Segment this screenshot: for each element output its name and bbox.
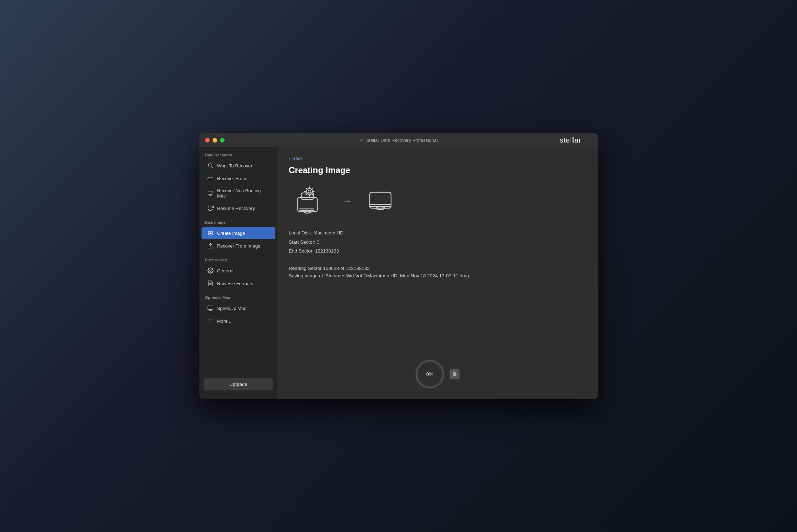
svg-line-31 bbox=[306, 194, 307, 195]
svg-line-28 bbox=[306, 188, 307, 189]
end-sector-info: End Sector: 122138133 bbox=[289, 246, 587, 256]
start-sector-info: Start Sector: 0 bbox=[289, 238, 587, 247]
traffic-lights bbox=[205, 138, 225, 143]
gear-icon bbox=[207, 267, 214, 274]
svg-rect-4 bbox=[208, 191, 213, 194]
sidebar-item-resume-recovery[interactable]: Resume Recovery bbox=[202, 202, 275, 214]
menu-icon[interactable]: ⋮ bbox=[586, 136, 592, 144]
section-preferences-label: Preferences bbox=[199, 252, 277, 264]
svg-line-29 bbox=[312, 194, 313, 195]
saving-path-info: Saving image at: /Volumes/Wd Vol 2/Macin… bbox=[289, 273, 587, 278]
close-button[interactable] bbox=[205, 138, 210, 143]
image-recover-icon bbox=[207, 243, 214, 249]
back-label: Back bbox=[292, 156, 303, 161]
back-chevron-icon: ‹ bbox=[289, 156, 290, 161]
sidebar-item-recover-from-image[interactable]: Recover From Image bbox=[202, 240, 275, 252]
section-data-recovery-label: Data Recovery bbox=[199, 147, 277, 159]
dest-drive-icon bbox=[366, 185, 398, 217]
progress-area: 0% bbox=[416, 360, 460, 388]
maximize-button[interactable] bbox=[220, 138, 225, 143]
stop-button[interactable] bbox=[450, 369, 460, 379]
section-disk-image-label: Disk Image bbox=[199, 215, 277, 227]
create-image-icon bbox=[207, 230, 214, 236]
svg-point-7 bbox=[209, 270, 211, 272]
titlebar: ↩ Stellar Data Recovery Professional ste… bbox=[199, 133, 598, 147]
sidebar-item-speedup-mac[interactable]: SpeedUp Mac bbox=[202, 302, 275, 314]
sidebar-item-create-image[interactable]: Create Image bbox=[202, 227, 275, 239]
back-link[interactable]: ‹ Back bbox=[289, 156, 587, 161]
progress-label: 0% bbox=[426, 371, 433, 377]
sidebar-item-general[interactable]: General bbox=[202, 265, 275, 277]
file-icon bbox=[207, 280, 214, 287]
drive-icon bbox=[207, 175, 214, 182]
titlebar-center: ↩ Stellar Data Recovery Professional bbox=[359, 138, 438, 143]
source-drive-icon bbox=[292, 185, 328, 217]
main-content: Data Recovery What To Recover Recover Fr… bbox=[199, 147, 598, 399]
svg-rect-10 bbox=[208, 306, 213, 310]
svg-rect-34 bbox=[370, 192, 391, 208]
disk-animation: → bbox=[289, 185, 587, 217]
section-optimize-label: Optimize Mac bbox=[199, 290, 277, 302]
sidebar-item-recover-from[interactable]: Recover From bbox=[202, 172, 275, 184]
titlebar-title: Stellar Data Recovery Professional bbox=[366, 138, 438, 143]
back-icon: ↩ bbox=[359, 138, 363, 143]
sidebar-item-raw-file-formats[interactable]: Raw File Formats bbox=[202, 277, 275, 289]
info-block: Local Disk: Macintosh HD Start Sector: 0… bbox=[289, 228, 587, 256]
stop-icon bbox=[453, 372, 456, 376]
resume-icon bbox=[207, 205, 214, 211]
more-icon bbox=[207, 318, 214, 324]
sidebar: Data Recovery What To Recover Recover Fr… bbox=[199, 147, 277, 399]
transfer-arrow-icon: → bbox=[342, 195, 352, 207]
speedup-icon bbox=[207, 305, 214, 311]
sidebar-item-what-to-recover[interactable]: What To Recover bbox=[202, 160, 275, 172]
mac-icon bbox=[207, 190, 214, 196]
local-disk-info: Local Disk: Macintosh HD bbox=[289, 228, 587, 238]
reading-sector-info: Reading Sector 108628 of 122138133 bbox=[289, 266, 587, 271]
app-window: ↩ Stellar Data Recovery Professional ste… bbox=[199, 133, 598, 399]
stellar-logo: stellar bbox=[560, 136, 581, 144]
titlebar-right: stellar ⋮ bbox=[560, 136, 592, 144]
minimize-button[interactable] bbox=[213, 138, 217, 143]
page-title: Creating Image bbox=[289, 165, 587, 175]
svg-point-0 bbox=[208, 164, 212, 167]
svg-line-30 bbox=[312, 188, 313, 189]
progress-circle: 0% bbox=[416, 360, 444, 388]
main-panel: ‹ Back Creating Image bbox=[277, 147, 598, 399]
search-icon bbox=[207, 162, 214, 169]
svg-line-1 bbox=[211, 167, 213, 168]
sidebar-item-recover-non-booting[interactable]: Recover Non Booting Mac bbox=[202, 185, 275, 201]
sidebar-item-more[interactable]: More ... bbox=[202, 315, 275, 327]
upgrade-button[interactable]: Upgrade bbox=[204, 378, 273, 390]
